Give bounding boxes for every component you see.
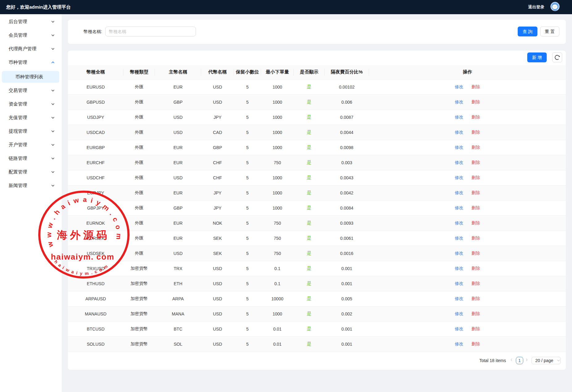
- svg-text:海外源码: 海外源码: [57, 229, 110, 241]
- svg-text:haiwaiym. com: haiwaiym. com: [51, 252, 114, 261]
